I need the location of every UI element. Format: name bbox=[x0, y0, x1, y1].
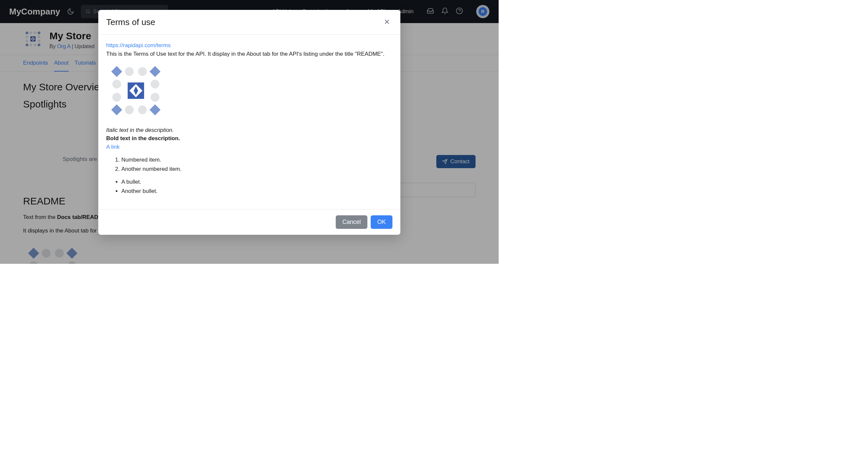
list-item: Another numbered item. bbox=[121, 165, 393, 174]
modal-title: Terms of use bbox=[106, 17, 155, 27]
terms-unordered-list: A bullet. Another bullet. bbox=[121, 178, 393, 195]
list-item: Numbered item. bbox=[121, 156, 393, 164]
ok-button[interactable]: OK bbox=[371, 215, 393, 229]
terms-italic: Italic text in the description. bbox=[106, 127, 174, 133]
modal-footer: Cancel OK bbox=[98, 209, 400, 235]
list-item: A bullet. bbox=[121, 178, 393, 186]
list-item: Another bullet. bbox=[121, 187, 393, 195]
terms-inline-link[interactable]: A link bbox=[106, 144, 120, 150]
terms-bold: Bold text in the description. bbox=[106, 135, 180, 142]
terms-logo-icon bbox=[106, 63, 165, 118]
terms-url-link[interactable]: https://rapidapi.com/terms bbox=[106, 42, 171, 49]
terms-modal: Terms of use ✕ https://rapidapi.com/term… bbox=[98, 10, 400, 235]
terms-ordered-list: Numbered item. Another numbered item. bbox=[121, 156, 393, 173]
modal-body: https://rapidapi.com/terms This is the T… bbox=[98, 35, 400, 209]
close-icon[interactable]: ✕ bbox=[381, 17, 393, 28]
modal-header: Terms of use ✕ bbox=[98, 10, 400, 35]
terms-intro: This is the Terms of Use text for the AP… bbox=[106, 51, 384, 57]
cancel-button[interactable]: Cancel bbox=[336, 215, 367, 229]
